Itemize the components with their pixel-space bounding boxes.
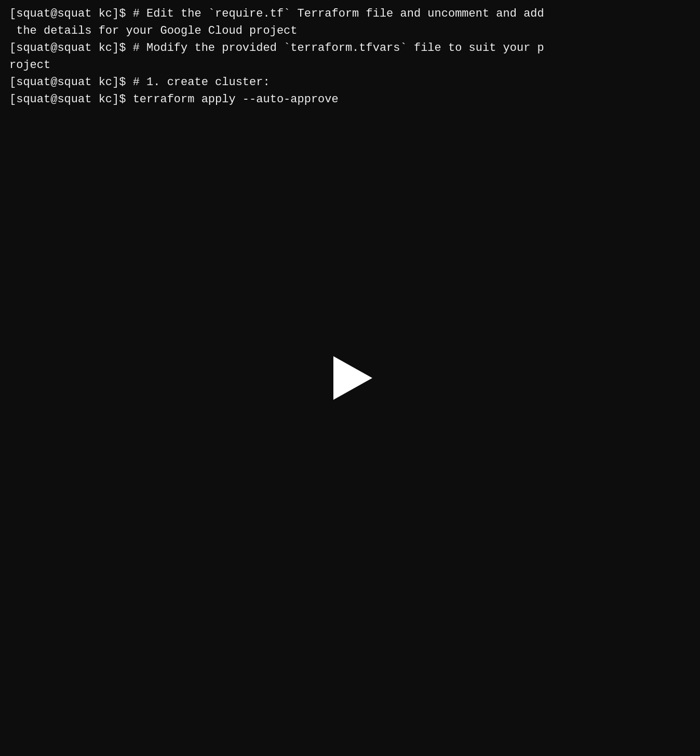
play-button[interactable] [327,355,373,401]
play-button-container[interactable] [327,355,373,401]
terminal-output: [squat@squat kc]$ # Edit the `require.tf… [9,5,691,108]
play-icon [333,356,372,400]
terminal-window: [squat@squat kc]$ # Edit the `require.tf… [0,0,700,756]
